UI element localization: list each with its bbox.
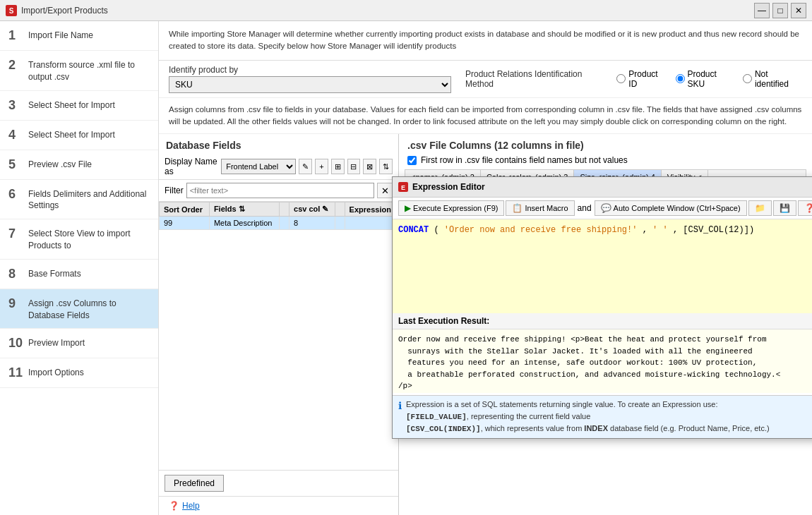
cell-expression	[345, 217, 398, 230]
sidebar-label-5: Preview .csv File	[28, 157, 92, 171]
radio-group: Product ID Product SKU Not identified	[616, 69, 802, 89]
main-layout: 1 Import File Name 2 Transform source .x…	[0, 21, 812, 515]
title-bar: S Import/Export Products — □ ✕	[0, 0, 812, 21]
add-icon-btn[interactable]: +	[315, 159, 328, 174]
sidebar-item-7[interactable]: 7 Select Store View to import Products t…	[0, 219, 158, 260]
display-name-select[interactable]: Frontend Label Database Name	[221, 159, 296, 174]
autocomplete-label: Auto Complete Window (Ctrl+Space)	[614, 204, 741, 212]
expr-editor-icon: E	[398, 182, 408, 192]
save-file-button[interactable]: 💾	[773, 200, 796, 216]
cell-empty2	[335, 217, 345, 230]
info-bar: While importing Store Manager will deter…	[159, 21, 812, 61]
sql-help-button[interactable]: ❓ SQL Help (F1)	[798, 200, 812, 216]
sidebar-item-3[interactable]: 3 Select Sheet for Import	[0, 91, 158, 121]
predefined-row: Predefined	[159, 470, 398, 496]
sidebar-item-8[interactable]: 8 Base Formats	[0, 260, 158, 289]
filter-input[interactable]	[186, 183, 374, 198]
edit-icon-btn[interactable]: ✎	[299, 159, 312, 174]
sidebar: 1 Import File Name 2 Transform source .x…	[0, 21, 159, 515]
predefined-button[interactable]: Predefined	[165, 475, 224, 492]
sidebar-item-1[interactable]: 1 Import File Name	[0, 21, 158, 51]
identify-row: Identify product by SKU Product ID Name …	[159, 61, 812, 98]
sidebar-label-11: Import Options	[28, 365, 84, 379]
sidebar-item-11[interactable]: 11 Import Options	[0, 358, 158, 388]
exec-result-label: Last Execution Result:	[393, 313, 812, 329]
sidebar-label-10: Preview Import	[28, 336, 85, 349]
help-icon: ❓	[169, 501, 179, 511]
exec-result-area[interactable]: Order now and receive free shipping! <p>…	[393, 329, 812, 393]
info-field-value: [FIELD_VALUE]	[406, 413, 467, 421]
close-button[interactable]: ✕	[791, 3, 806, 18]
sidebar-label-6: Fields Delimiters and Additional Setting…	[28, 187, 150, 212]
execute-icon: ▶	[405, 203, 411, 213]
open-file-button[interactable]: 📁	[748, 200, 772, 216]
radio-product-sku[interactable]: Product SKU	[676, 69, 734, 89]
sort-icon-btn[interactable]: ⇅	[379, 159, 393, 174]
minimize-button[interactable]: —	[754, 3, 770, 18]
sidebar-item-6[interactable]: 6 Fields Delimiters and Additional Setti…	[0, 180, 158, 220]
filter-label: Filter	[165, 186, 184, 195]
sidebar-num-1: 1	[8, 28, 23, 43]
maximize-button[interactable]: □	[772, 3, 788, 18]
copy-icon-btn[interactable]: ⊞	[331, 159, 345, 174]
app-title: Import/Export Products	[21, 6, 108, 16]
sidebar-num-3: 3	[8, 98, 23, 113]
sidebar-item-2[interactable]: 2 Transform source .xml file to output .…	[0, 51, 158, 91]
sidebar-item-5[interactable]: 5 Preview .csv File	[0, 150, 158, 180]
info-text: While importing Store Manager will deter…	[169, 30, 799, 50]
filter-clear-btn[interactable]: ✕	[377, 183, 393, 198]
sidebar-num-10: 10	[8, 336, 23, 351]
insert-macro-button[interactable]: 📋 Insert Macro	[506, 200, 574, 216]
svg-text:E: E	[401, 184, 405, 191]
sidebar-num-8: 8	[8, 267, 23, 281]
sidebar-item-9[interactable]: 9 Assign .csv Columns to Database Fields	[0, 289, 158, 329]
help-link[interactable]: Help	[182, 501, 200, 511]
save-icon: 💾	[780, 203, 790, 213]
col-sort-order: Sort Order	[160, 202, 210, 217]
sidebar-label-4: Select Sheet for Import	[28, 128, 115, 141]
autocomplete-button[interactable]: 💬 Auto Complete Window (Ctrl+Space)	[595, 200, 747, 216]
radio-product-id[interactable]: Product ID	[616, 69, 667, 89]
help-row: ❓ Help	[159, 496, 398, 515]
db-fields-panel: Database Fields Display Name as Frontend…	[159, 134, 399, 515]
expr-title-left: E Expression Editor	[398, 182, 485, 192]
cell-sort-order: 99	[160, 217, 210, 230]
csv-checkbox[interactable]	[407, 156, 417, 165]
paste-icon-btn[interactable]: ⊟	[347, 159, 361, 174]
table-row[interactable]: 99 Meta Description 8	[160, 217, 398, 230]
window-controls: — □ ✕	[754, 3, 806, 18]
sidebar-item-4[interactable]: 4 Select Sheet for Import	[0, 121, 158, 150]
sidebar-num-2: 2	[8, 58, 23, 73]
sidebar-num-6: 6	[8, 187, 23, 202]
sidebar-label-8: Base Formats	[28, 267, 81, 280]
sidebar-num-11: 11	[8, 365, 23, 380]
expression-editor: E Expression Editor ✕ ▶ Execute Expressi…	[392, 176, 812, 439]
content-area: While importing Store Manager will deter…	[159, 21, 812, 515]
cell-field: Meta Description	[209, 217, 280, 230]
sidebar-label-2: Transform source .xml file to output .cs…	[28, 58, 150, 83]
csv-checkbox-row: First row in .csv file contains field na…	[405, 154, 806, 169]
db-fields-table: Sort Order Fields ⇅ csv col ✎ Expression…	[159, 202, 398, 470]
csv-checkbox-label: First row in .csv file contains field na…	[421, 155, 628, 165]
info-csv-col-index: [CSV_COL(INDEX)]	[406, 425, 481, 433]
sidebar-item-10[interactable]: 10 Preview Import	[0, 329, 158, 358]
col-fields: Fields ⇅	[209, 202, 280, 217]
execute-expression-label: Execute Expression (F9)	[413, 204, 498, 212]
export-icon-btn[interactable]: ⊠	[363, 159, 376, 174]
product-relations-label: Product Relations Identification Method	[465, 69, 608, 89]
folder-icon: 📁	[755, 203, 765, 213]
radio-not-identified[interactable]: Not identified	[743, 69, 802, 89]
autocomplete-icon: 💬	[601, 203, 611, 213]
sidebar-label-3: Select Sheet for Import	[28, 98, 115, 111]
execute-expression-button[interactable]: ▶ Execute Expression (F9)	[398, 200, 504, 216]
cell-empty	[280, 217, 289, 230]
col-empty2	[335, 202, 345, 217]
help-icon: ❓	[804, 203, 812, 213]
identify-product-select[interactable]: SKU Product ID Name	[169, 76, 451, 93]
and-separator: and	[576, 203, 593, 213]
col-empty	[280, 202, 289, 217]
expression-code-editor[interactable]	[393, 219, 812, 311]
app-icon: S	[6, 5, 17, 16]
assign-columns-text: Assign columns from .csv file to fields …	[159, 98, 812, 135]
db-fields-title: Database Fields	[159, 134, 398, 154]
